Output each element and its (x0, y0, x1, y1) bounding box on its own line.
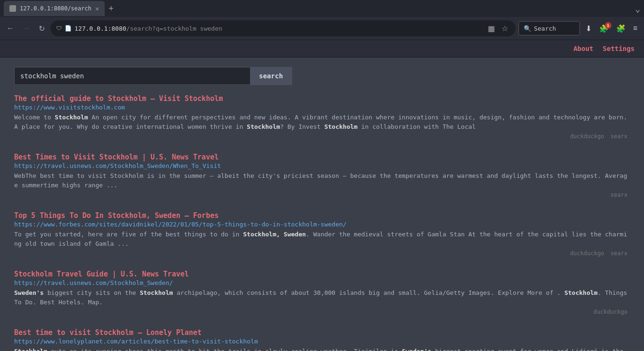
nav-right-buttons: ⬇ 🧩 1 🧩 ≡ (583, 22, 640, 35)
result-link[interactable]: Best time to visit Stockholm – Lonely Pl… (14, 328, 201, 337)
result-item: Top 5 Things To Do In Stockholm, Sweden … (14, 211, 627, 257)
result-url: https://www.lonelyplanet.com/articles/be… (14, 338, 627, 345)
result-sources: duckduckgo searx (14, 133, 627, 140)
result-snippet: Sweden's biggest city sits on the Stockh… (14, 288, 627, 307)
extension-badge: 1 (605, 22, 611, 29)
result-snippet: To get you started, here are five of the… (14, 230, 627, 248)
result-url: https://travel.usnews.com/Stockholm_Swed… (14, 279, 627, 286)
result-link[interactable]: Best Times to Visit Stockholm | U.S. New… (14, 153, 218, 161)
browser-chrome: 127.0.0.1:8080/search ✕ + ⌄ ← → ↻ 🛡 📄 12… (0, 0, 644, 40)
extensions-button[interactable]: 🧩 1 (596, 22, 611, 35)
back-button[interactable]: ← (4, 22, 17, 34)
browser-search-bar[interactable]: 🔍 Search (519, 21, 580, 35)
result-item: Stockholm Travel Guide | U.S. News Trave… (14, 270, 627, 315)
result-url: https://travel.usnews.com/Stockholm_Swed… (14, 162, 627, 169)
new-tab-button[interactable]: + (105, 2, 117, 16)
source-link-duckduckgo[interactable]: duckduckgo (570, 133, 604, 140)
result-link[interactable]: Stockholm Travel Guide | U.S. News Trave… (14, 270, 189, 278)
result-title: Best time to visit Stockholm – Lonely Pl… (14, 328, 627, 337)
forward-button[interactable]: → (20, 22, 33, 34)
result-sources: duckduckgo (14, 309, 627, 315)
menu-button[interactable]: ≡ (630, 22, 640, 34)
source-link-searx[interactable]: searx (611, 192, 627, 198)
about-link[interactable]: About (573, 45, 593, 52)
result-snippet: WebThe best time to visit Stockholm is i… (14, 171, 627, 190)
result-sources: searx (14, 192, 627, 198)
tab-bar-menu-icon[interactable]: ⌄ (635, 4, 640, 14)
active-tab[interactable]: 127.0.0.1:8080/search ✕ (4, 1, 105, 16)
address-host: 127.0.0.1:8080 (75, 25, 126, 32)
result-title: Top 5 Things To Do In Stockholm, Sweden … (14, 211, 627, 220)
result-title: The official guide to Stockholm – Visit … (14, 94, 627, 103)
result-title: Stockholm Travel Guide | U.S. News Trave… (14, 270, 627, 278)
result-link[interactable]: Top 5 Things To Do In Stockholm, Sweden … (14, 211, 218, 220)
address-text[interactable]: 127.0.0.1:8080/search?q=stockholm sweden (75, 25, 483, 32)
download-button[interactable]: ⬇ (583, 22, 594, 35)
bookmark-button[interactable]: ☆ (500, 23, 510, 34)
source-link-searx[interactable]: searx (611, 250, 627, 257)
tab-close-button[interactable]: ✕ (95, 5, 99, 12)
security-icon: 🛡 (56, 25, 62, 32)
result-sources: duckduckgo searx (14, 250, 627, 257)
tab-title: 127.0.0.1:8080/search (20, 5, 92, 12)
tab-favicon (9, 5, 16, 12)
result-item: The official guide to Stockholm – Visit … (14, 94, 627, 140)
tab-bar: 127.0.0.1:8080/search ✕ + ⌄ (0, 0, 644, 17)
browser-search-icon: 🔍 (524, 25, 531, 32)
search-button[interactable]: search (250, 67, 292, 85)
result-url: https://www.visitstockholm.com (14, 104, 627, 111)
result-url: https://www.forbes.com/sites/davidnikel/… (14, 221, 627, 228)
refresh-button[interactable]: ↻ (36, 22, 48, 35)
result-snippet: Welcome to Stockholm An open city for di… (14, 113, 627, 131)
search-input[interactable] (14, 67, 250, 85)
source-link-duckduckgo[interactable]: duckduckgo (570, 250, 604, 257)
results-container: The official guide to Stockholm – Visit … (0, 94, 644, 351)
search-area: search (0, 58, 644, 94)
address-path: /search?q=stockholm sweden (126, 25, 223, 32)
page-icon: 📄 (65, 25, 72, 32)
extensions-puzzle-button[interactable]: 🧩 (613, 22, 628, 35)
result-snippet: Stockholm puts on its running shoes this… (14, 347, 627, 351)
page-header: About Settings (0, 40, 644, 58)
result-item: Best time to visit Stockholm – Lonely Pl… (14, 328, 627, 351)
result-link[interactable]: The official guide to Stockholm – Visit … (14, 94, 223, 103)
browser-search-label: Search (534, 25, 556, 32)
reader-view-button[interactable]: ▦ (486, 23, 497, 34)
settings-link[interactable]: Settings (603, 45, 635, 52)
result-item: Best Times to Visit Stockholm | U.S. New… (14, 153, 627, 198)
nav-bar: ← → ↻ 🛡 📄 127.0.0.1:8080/search?q=stockh… (0, 17, 644, 40)
address-bar[interactable]: 🛡 📄 127.0.0.1:8080/search?q=stockholm sw… (50, 20, 516, 36)
source-link-searx[interactable]: searx (611, 133, 627, 140)
source-link-duckduckgo[interactable]: duckduckgo (594, 309, 627, 315)
result-title: Best Times to Visit Stockholm | U.S. New… (14, 153, 627, 161)
